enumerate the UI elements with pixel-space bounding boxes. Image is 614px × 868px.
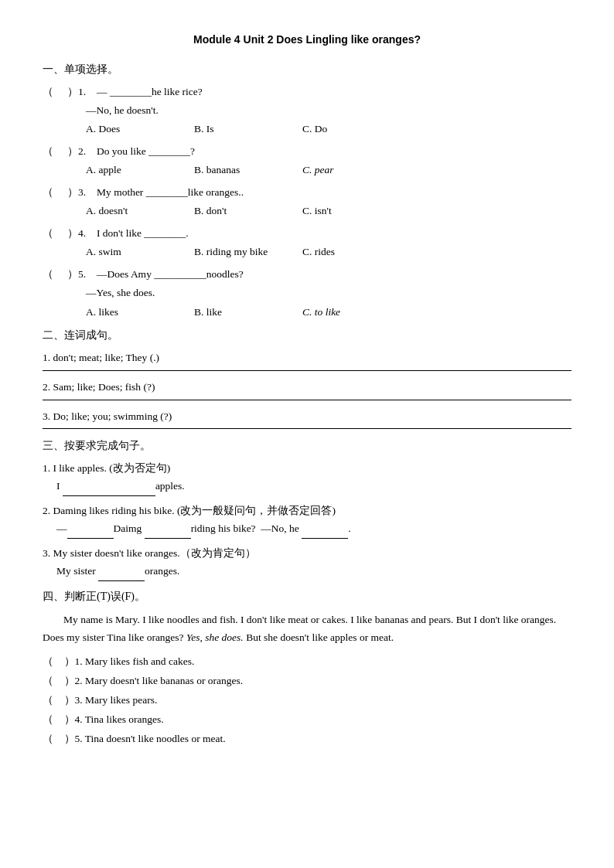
- q2-num: 2.: [78, 143, 97, 161]
- q3-opt-a: A. doesn't: [86, 203, 194, 220]
- q1-opt-a: A. Does: [86, 121, 194, 138]
- q2-opt-a: A. apple: [86, 162, 194, 179]
- s3-q2-fill: — Daimg riding his bike? —No, he .: [43, 520, 571, 539]
- q2-text: Do you like ________?: [97, 143, 571, 161]
- q4-opt-a: A. swim: [86, 243, 194, 261]
- q1-num: 1.: [78, 83, 97, 101]
- s3-q2-blank3: [302, 520, 348, 539]
- question-2: （ ） 2. Do you like ________? A. apple B.…: [43, 143, 571, 179]
- s3-q1-fill: I apples.: [43, 478, 571, 496]
- question-5: （ ） 5. —Does Amy __________noodles? —Yes…: [43, 266, 571, 322]
- question-3: （ ） 3. My mother ________like oranges.. …: [43, 184, 571, 220]
- judge-q3: （ ） 3. Mary likes pears.: [43, 692, 571, 710]
- passage-italic-1: Yes, she does.: [186, 631, 244, 643]
- q5-text: —Does Amy __________noodles?: [97, 266, 571, 284]
- q1-options: A. Does B. Is C. Do: [43, 121, 571, 138]
- s3-q3-fill: My sister oranges.: [43, 563, 571, 581]
- q5-num: 5.: [78, 266, 97, 284]
- q2-paren-group: （ ）: [43, 143, 78, 161]
- connect-item-3: 3. Do; like; you; swimming (?): [43, 408, 571, 430]
- judge-q2: （ ） 2. Mary doesn't like bananas or oran…: [43, 672, 571, 690]
- section2-header: 二、连词成句。: [43, 326, 571, 345]
- q3-paren-group: （ ）: [43, 184, 78, 202]
- judge-q4: （ ） 4. Tina likes oranges.: [43, 711, 571, 729]
- q4-num: 4.: [78, 225, 97, 243]
- jq2-paren: （ ）: [43, 672, 75, 690]
- section3-header: 三、按要求完成句子。: [43, 437, 571, 455]
- s3-q2-blank1: [67, 520, 114, 539]
- section4: 四、判断正(T)误(F)。 My name is Mary. I like no…: [43, 587, 571, 748]
- jq1-num: 1. Mary likes fish and cakes.: [75, 653, 195, 671]
- jq3-paren: （ ）: [43, 692, 75, 710]
- page-title: Module 4 Unit 2 Does Lingling like orang…: [43, 31, 571, 49]
- s3-q1-text: 1. I like apples. (改为否定句): [43, 460, 571, 478]
- connect-item-2: 2. Sam; like; Does; fish (?): [43, 379, 571, 400]
- s3-q3: 3. My sister doesn't like oranges.（改为肯定句…: [43, 545, 571, 581]
- s3-q1-blank: [63, 478, 155, 496]
- q4-opt-b: B. riding my bike: [194, 243, 302, 261]
- q4-opt-c: C. rides: [302, 243, 411, 261]
- s3-q2-text: 2. Daming likes riding his bike. (改为一般疑问…: [43, 502, 571, 520]
- s3-q2-blank2: [145, 520, 191, 539]
- section3: 三、按要求完成句子。 1. I like apples. (改为否定句) I a…: [43, 437, 571, 580]
- q5-opt-c: C. to like: [302, 304, 411, 322]
- q2-opt-b: B. bananas: [194, 162, 302, 179]
- q1-opt-b: B. Is: [194, 121, 302, 138]
- section4-header: 四、判断正(T)误(F)。: [43, 587, 571, 606]
- question-1: （ ） 1. — ________he like rice? —No, he d…: [43, 83, 571, 139]
- q5-opt-b: B. like: [194, 304, 302, 322]
- q4-text: I don't like ________.: [97, 225, 571, 243]
- q1-paren-group: （ ）: [43, 83, 78, 101]
- q3-opt-c: C. isn't: [302, 203, 411, 220]
- jq3-num: 3. Mary likes pears.: [75, 692, 158, 710]
- passage: My name is Mary. I like noodles and fish…: [43, 611, 571, 647]
- ci3-line: [43, 428, 571, 429]
- s3-q2: 2. Daming likes riding his bike. (改为一般疑问…: [43, 502, 571, 539]
- section1-header: 一、单项选择。: [43, 60, 571, 79]
- ci2-num: 2. Sam; like; Does; fish (?): [43, 381, 155, 393]
- q5-options: A. likes B. like C. to like: [43, 304, 571, 322]
- ci1-num: 1. don't; meat; like; They (.): [43, 352, 159, 363]
- s3-q1: 1. I like apples. (改为否定句) I apples.: [43, 460, 571, 496]
- judge-q1: （ ） 1. Mary likes fish and cakes.: [43, 653, 571, 671]
- connect-item-1: 1. don't; meat; like; They (.): [43, 349, 571, 371]
- q3-opt-b: B. don't: [194, 203, 302, 220]
- q1-sub-answer: —No, he doesn't.: [43, 102, 571, 120]
- q5-paren-group: （ ）: [43, 266, 78, 284]
- ci2-line: [43, 400, 571, 400]
- jq4-num: 4. Tina likes oranges.: [75, 711, 164, 729]
- q3-text: My mother ________like oranges..: [97, 184, 571, 202]
- q4-options: A. swim B. riding my bike C. rides: [43, 243, 571, 261]
- jq1-paren: （ ）: [43, 653, 75, 671]
- q2-opt-c: C. pear: [302, 162, 411, 179]
- section2: 二、连词成句。 1. don't; meat; like; They (.) 2…: [43, 326, 571, 430]
- jq5-num: 5. Tina doesn't like noodles or meat.: [75, 730, 226, 748]
- judge-q5: （ ） 5. Tina doesn't like noodles or meat…: [43, 730, 571, 748]
- q2-options: A. apple B. bananas C. pear: [43, 162, 571, 179]
- q1-text: — ________he like rice?: [97, 83, 571, 101]
- ci3-num: 3. Do; like; you; swimming (?): [43, 410, 172, 422]
- q3-num: 3.: [78, 184, 97, 202]
- q1-opt-c: C. Do: [302, 121, 411, 138]
- section1: 一、单项选择。 （ ） 1. — ________he like rice? —…: [43, 60, 571, 322]
- question-4: （ ） 4. I don't like ________. A. swim B.…: [43, 225, 571, 261]
- q5-sub-answer: —Yes, she does.: [43, 284, 571, 302]
- jq4-paren: （ ）: [43, 711, 75, 729]
- s3-q3-blank: [98, 563, 145, 581]
- ci1-line: [43, 370, 571, 371]
- jq2-num: 2. Mary doesn't like bananas or oranges.: [75, 672, 244, 690]
- jq5-paren: （ ）: [43, 730, 75, 748]
- q4-paren-group: （ ）: [43, 225, 78, 243]
- s3-q3-text: 3. My sister doesn't like oranges.（改为肯定句…: [43, 545, 571, 563]
- q3-options: A. doesn't B. don't C. isn't: [43, 203, 571, 220]
- q5-opt-a: A. likes: [86, 304, 194, 322]
